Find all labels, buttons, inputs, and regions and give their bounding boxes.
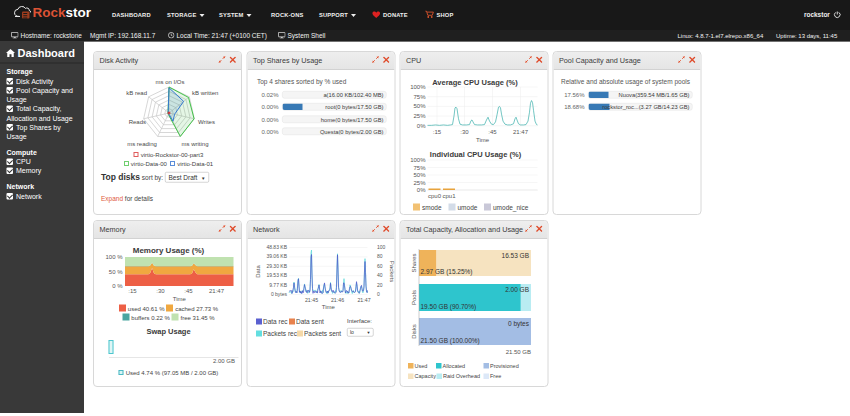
- svg-text::15: :15: [128, 288, 137, 294]
- svg-text:21.50 GB (100.00%): 21.50 GB (100.00%): [421, 337, 480, 345]
- svg-text:2.00 GB: 2.00 GB: [505, 286, 529, 293]
- svg-text:0%: 0%: [417, 123, 426, 129]
- svg-text:19.50 GB (90.70%): 19.50 GB (90.70%): [421, 303, 477, 311]
- svg-text:Data: Data: [255, 265, 261, 278]
- svg-text:0 bytes: 0 bytes: [508, 320, 530, 328]
- svg-text:kB written: kB written: [192, 90, 218, 96]
- svg-text::45: :45: [184, 288, 193, 294]
- svg-text:21:46: 21:46: [331, 297, 344, 303]
- svg-text:50%: 50%: [413, 172, 426, 178]
- svg-text:Time: Time: [173, 296, 187, 302]
- svg-text:Disks: Disks: [411, 324, 417, 339]
- svg-text:40: 40: [377, 272, 383, 278]
- svg-text:0%: 0%: [417, 187, 426, 193]
- svg-text::30: :30: [156, 288, 165, 294]
- svg-text:cpu1: cpu1: [442, 193, 456, 199]
- svg-text:0 %: 0 %: [112, 283, 123, 289]
- svg-text:21:45: 21:45: [305, 297, 318, 303]
- svg-text:kB read: kB read: [126, 90, 147, 96]
- svg-text:19.53 KB: 19.53 KB: [266, 272, 287, 278]
- svg-text:21.50 GB: 21.50 GB: [506, 349, 531, 355]
- svg-text:60: 60: [377, 263, 383, 269]
- svg-text:25%: 25%: [413, 113, 426, 119]
- svg-text:100 %: 100 %: [105, 254, 123, 260]
- svg-text:2.97 GB (15.25%): 2.97 GB (15.25%): [421, 268, 473, 276]
- svg-text:25%: 25%: [413, 180, 426, 186]
- svg-text:16.53 GB: 16.53 GB: [502, 252, 529, 259]
- svg-text:75%: 75%: [413, 165, 426, 171]
- svg-text:Shares: Shares: [411, 253, 417, 272]
- svg-text:ms reading: ms reading: [127, 141, 157, 147]
- svg-text:Pools: Pools: [411, 290, 417, 305]
- svg-text:75%: 75%: [413, 94, 426, 100]
- svg-text:29.30 KB: 29.30 KB: [266, 263, 287, 269]
- svg-text:100%: 100%: [410, 157, 426, 163]
- svg-text::30: :30: [460, 129, 469, 135]
- svg-text:Time: Time: [476, 137, 490, 143]
- svg-text:ms on I/Os: ms on I/Os: [155, 79, 184, 85]
- svg-text:39.06 KB: 39.06 KB: [266, 253, 287, 259]
- svg-text:9.77 KB: 9.77 KB: [269, 282, 287, 288]
- svg-text:cpu0: cpu0: [428, 193, 442, 199]
- svg-text::45: :45: [488, 129, 497, 135]
- svg-text:48.83 KB: 48.83 KB: [266, 244, 287, 250]
- svg-text:Writes: Writes: [198, 119, 215, 125]
- svg-text:21:47: 21:47: [513, 129, 529, 135]
- svg-text:100: 100: [377, 244, 386, 250]
- svg-text:21:47: 21:47: [357, 297, 370, 303]
- svg-text:50 %: 50 %: [109, 269, 123, 275]
- svg-text:20: 20: [377, 282, 383, 288]
- svg-text:100%: 100%: [410, 84, 426, 90]
- svg-text:Reads: Reads: [129, 119, 146, 125]
- svg-text:50%: 50%: [413, 103, 426, 109]
- svg-text:Packets: Packets: [389, 261, 395, 282]
- svg-text:80: 80: [377, 253, 383, 259]
- svg-text:Individual CPU Usage (%): Individual CPU Usage (%): [430, 150, 522, 159]
- svg-text:ms writing: ms writing: [181, 141, 208, 147]
- svg-text:Time: Time: [322, 304, 336, 310]
- svg-text:21:47: 21:47: [209, 288, 225, 294]
- svg-text:0 bytes: 0 bytes: [271, 291, 288, 297]
- svg-text::15: :15: [433, 129, 442, 135]
- svg-text:0: 0: [377, 291, 380, 297]
